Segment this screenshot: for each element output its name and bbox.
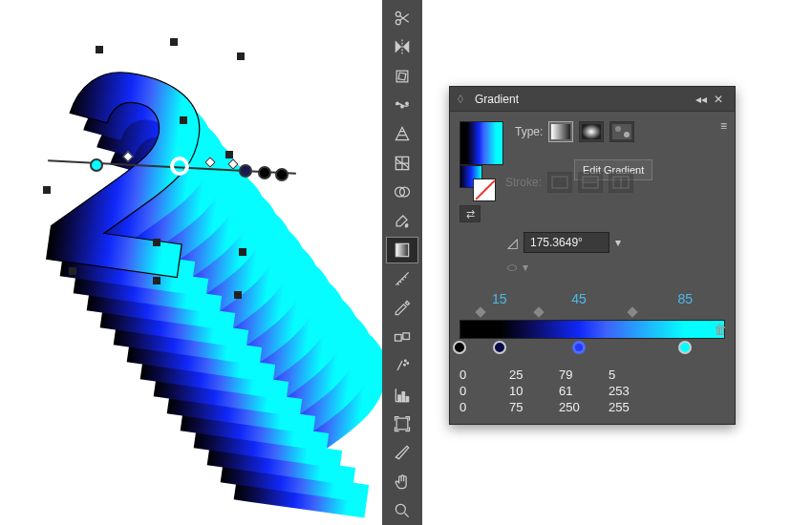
- gradient-origin[interactable]: [90, 158, 103, 172]
- gradient-stop[interactable]: [239, 164, 252, 178]
- svg-point-14: [407, 363, 409, 365]
- aspect-dropdown: ▾: [523, 261, 528, 274]
- rgb-value: 61: [559, 384, 591, 398]
- gradient-midpoint[interactable]: [534, 306, 545, 317]
- stop-position-label: 85: [678, 291, 694, 306]
- linear-gradient-button[interactable]: [548, 121, 573, 142]
- rgb-value: 0: [459, 368, 492, 382]
- gradient-stop[interactable]: [453, 341, 466, 354]
- rgb-value: 75: [509, 400, 542, 414]
- gradient-end[interactable]: [275, 168, 288, 181]
- svg-rect-11: [395, 334, 402, 341]
- selection-handle[interactable]: [237, 52, 245, 60]
- perspective-tool[interactable]: [386, 120, 418, 147]
- selection-handle[interactable]: [225, 151, 233, 158]
- gradient-slider[interactable]: 15 45 85 🗑 0 0 0: [459, 291, 725, 414]
- rgb-value: 0: [459, 400, 492, 414]
- selection-handle[interactable]: [239, 248, 246, 256]
- rgb-value: 5: [609, 368, 641, 382]
- svg-rect-12: [403, 333, 410, 340]
- scissors-tool[interactable]: [386, 5, 418, 32]
- gradient-stop[interactable]: [258, 166, 271, 179]
- reverse-gradient-button[interactable]: ⇄: [459, 205, 481, 222]
- svg-point-20: [395, 504, 405, 514]
- artboard-tool[interactable]: [386, 410, 418, 437]
- measure-tool[interactable]: [386, 265, 418, 292]
- svg-rect-23: [612, 124, 631, 139]
- free-transform-tool[interactable]: [386, 63, 418, 90]
- svg-rect-2: [396, 71, 408, 82]
- delete-stop-button[interactable]: 🗑: [714, 322, 727, 337]
- gradient-stop[interactable]: [493, 341, 506, 354]
- zoom-tool[interactable]: [386, 497, 418, 524]
- panel-titlebar[interactable]: ◊ Gradient ◂◂ ✕: [450, 87, 735, 112]
- panel-title: Gradient: [467, 93, 526, 106]
- selection-handle[interactable]: [96, 46, 103, 53]
- svg-point-4: [396, 102, 399, 105]
- gradient-stop-selected[interactable]: [170, 157, 189, 176]
- artwork-3d-number: [19, 29, 382, 525]
- stroke-along-button: [578, 172, 603, 193]
- radial-gradient-button[interactable]: [579, 121, 604, 142]
- stroke-across-button: [609, 172, 633, 193]
- stroke-label: Stroke:: [505, 176, 542, 189]
- toolbar: [382, 0, 422, 525]
- gradient-ramp[interactable]: [459, 320, 725, 339]
- aspect-icon: ⬭: [507, 261, 517, 274]
- gradient-panel: ◊ Gradient ◂◂ ✕ ≡ Type: Edit Gradient: [449, 86, 736, 425]
- panel-menu-button[interactable]: ≡: [720, 119, 727, 133]
- gradient-midpoint[interactable]: [476, 306, 486, 317]
- angle-input[interactable]: [524, 232, 609, 253]
- svg-rect-18: [406, 396, 409, 401]
- slice-tool[interactable]: [386, 439, 418, 466]
- gradient-tool[interactable]: [386, 237, 418, 263]
- symbol-sprayer-tool[interactable]: [386, 352, 418, 379]
- gradient-stop-selected[interactable]: [572, 341, 586, 354]
- selection-handle[interactable]: [234, 291, 242, 299]
- gradient-stop[interactable]: [678, 341, 692, 354]
- shape-builder-tool[interactable]: [386, 178, 418, 205]
- rgb-value: 253: [609, 384, 641, 398]
- eyedropper-tool[interactable]: [386, 294, 418, 321]
- stop-rgb-values: 0 0 0 25 10 75 79 61 250 5 253 255: [459, 368, 725, 414]
- mesh-tool[interactable]: [386, 150, 418, 177]
- column-graph-tool[interactable]: [386, 381, 418, 408]
- panel-grip-icon: ◊: [458, 93, 463, 106]
- selection-handle[interactable]: [43, 186, 51, 194]
- stroke-swatch[interactable]: [473, 178, 496, 201]
- panel-collapse-button[interactable]: ◂◂: [693, 93, 710, 106]
- selection-handle[interactable]: [69, 267, 76, 275]
- svg-rect-17: [402, 391, 405, 401]
- stop-position-label: 45: [571, 291, 587, 306]
- selection-handle[interactable]: [153, 277, 160, 284]
- selection-handle[interactable]: [153, 239, 160, 246]
- svg-point-24: [615, 126, 621, 132]
- puppet-warp-tool[interactable]: [386, 92, 418, 118]
- angle-dropdown-icon[interactable]: ▾: [615, 236, 621, 249]
- svg-rect-16: [398, 395, 401, 402]
- canvas[interactable]: [0, 0, 382, 525]
- angle-icon: ◿: [507, 235, 518, 250]
- stop-position-label: 15: [492, 291, 507, 306]
- gradient-preview-swatch[interactable]: [459, 121, 503, 165]
- live-paint-tool[interactable]: [386, 207, 418, 234]
- panel-close-button[interactable]: ✕: [710, 93, 727, 106]
- rgb-value: 10: [509, 384, 542, 398]
- reflect-tool[interactable]: [386, 33, 418, 60]
- blend-tool[interactable]: [386, 324, 418, 350]
- svg-rect-10: [395, 243, 408, 256]
- svg-point-6: [406, 102, 409, 105]
- svg-rect-21: [551, 124, 570, 139]
- svg-rect-19: [396, 418, 408, 430]
- rgb-value: 0: [459, 384, 492, 398]
- svg-point-25: [624, 132, 630, 137]
- selection-handle[interactable]: [180, 116, 187, 124]
- selection-handle[interactable]: [170, 38, 178, 46]
- freeform-gradient-button[interactable]: [609, 121, 634, 142]
- stroke-within-button: [547, 172, 572, 193]
- fill-stroke-swatches[interactable]: [459, 165, 498, 200]
- svg-point-5: [401, 106, 404, 109]
- hand-tool[interactable]: [386, 468, 418, 494]
- gradient-midpoint[interactable]: [627, 306, 637, 317]
- rgb-value: 25: [509, 368, 542, 382]
